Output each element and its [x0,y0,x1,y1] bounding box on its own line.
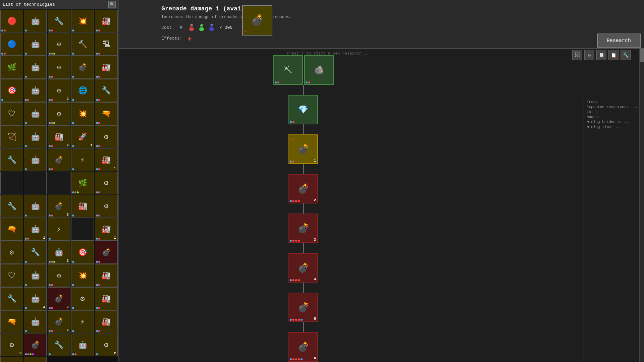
tech-cell-34[interactable]: 🏭1 [95,148,118,171]
icon-btn-4[interactable]: 📋 [608,50,619,60]
tech-cell-21[interactable]: 🤖 [24,102,47,125]
tree-node-grenade-3[interactable]: 💣 3 [288,214,318,243]
tech-cell-16[interactable]: 🤖 [24,79,47,102]
tech-cell-15[interactable]: 🎯 [0,79,23,102]
research-button[interactable]: Research [597,34,641,48]
tech-cell-2[interactable]: 🔧 [48,10,70,33]
tech-cell-52[interactable]: 🤖3 [48,241,70,264]
tech-cell-63[interactable]: ⚙ [71,287,94,310]
tech-cell-32[interactable]: 💣 [48,148,70,171]
tech-cell-1[interactable]: 🤖 [24,10,47,33]
tech-cell-22[interactable]: ⚙ [48,102,70,125]
connector-v1 [303,85,304,95]
tech-cell-30[interactable]: 🔧 [0,148,23,171]
icon-btn-2[interactable]: ⚙ [584,50,594,60]
cell-emoji-60: 🔧 [7,294,16,303]
tech-cell-62[interactable]: 💣2 [48,287,70,310]
tech-cell-40[interactable]: 🔧 [0,195,23,218]
tree-node-grenade-4[interactable]: 💣 4 [288,253,318,283]
tree-node-ore[interactable]: 🪨 [304,55,334,85]
tech-cell-38[interactable]: 🌿 [71,172,94,194]
res-dot-cell-71-3 [32,353,34,355]
tech-cell-51[interactable]: 🔧 [24,241,47,264]
tech-cell-10[interactable]: 🌿 [0,56,23,79]
tech-cell-35[interactable] [0,172,23,194]
tech-cell-65[interactable]: 🔫 [0,310,23,333]
tech-cell-54[interactable]: 💣 [95,241,118,264]
tech-cell-39[interactable]: ⚙ [95,172,118,194]
tech-cell-59[interactable]: 🏭 [95,264,118,287]
tech-cell-36[interactable] [24,172,47,194]
tech-cell-28[interactable]: 🚀1 [71,125,94,148]
tech-cell-29[interactable]: ⚙ [95,125,118,148]
tree-node-grenade-2[interactable]: 💣 2 [288,174,318,203]
tech-cell-64[interactable]: 🏭 [95,287,118,310]
tech-cell-24[interactable]: 🔫 [95,102,118,125]
tech-cell-72[interactable]: 🔧 [48,334,70,356]
tech-cell-67[interactable]: 💣2 [48,310,70,333]
tech-cell-71[interactable]: 💣 [24,334,47,356]
tech-cell-70[interactable]: ⚙3 [0,334,23,356]
tech-cell-45[interactable]: 🔫 [0,218,23,241]
tech-cell-47[interactable]: ⚡ [48,218,70,241]
tech-cell-27[interactable]: 🏭2 [48,125,70,148]
tech-cell-12[interactable]: ⚙ [48,56,70,79]
tech-cell-17[interactable]: ⚙2 [48,79,70,102]
tech-cell-57[interactable]: ⚙ [48,264,70,287]
tech-cell-58[interactable]: 💥 [71,264,94,287]
tech-cell-44[interactable]: ⚙ [95,195,118,218]
tech-cell-76[interactable]: 💣 [24,357,47,362]
tree-node-grenade-5[interactable]: 💣 5 [288,293,318,322]
tech-cell-53[interactable]: 🎯 [71,241,94,264]
tech-cell-66[interactable]: 🤖 [24,310,47,333]
tech-cell-25[interactable]: 🏹 [0,125,23,148]
tech-cell-11[interactable]: 🤖 [24,56,47,79]
tree-node-grenade-6[interactable]: 💣 6 [288,332,318,362]
tree-node-mid[interactable]: 💎 [288,95,318,124]
tech-cell-60[interactable]: 🔧 [0,287,23,310]
tech-cell-20[interactable]: 🛡 [0,102,23,125]
tech-cell-3[interactable]: 💥 [71,10,94,33]
icon-btn-1[interactable]: 🖼 [572,50,582,60]
cell-res-22 [49,122,55,124]
tech-cell-75[interactable]: 🏭 [0,357,23,362]
icon-btn-5[interactable]: 🔧 [621,50,631,60]
tech-cell-42[interactable]: 💣2 [48,195,70,218]
tech-cell-48[interactable] [71,218,94,241]
tech-cell-69[interactable]: 🏭 [95,310,118,333]
tech-cell-41[interactable]: 🤖 [24,195,47,218]
icon-btn-3[interactable]: 🔲 [596,50,606,60]
res-dot-cell-67-0 [49,330,51,332]
tech-cell-74[interactable]: ⚙2 [95,334,118,356]
tech-cell-46[interactable]: 🤖1 [24,218,47,241]
tech-cell-14[interactable]: 🏭 [95,56,118,79]
tech-cell-23[interactable]: 💥 [71,102,94,125]
tech-cell-49[interactable]: 🏭1 [95,218,118,241]
scroll-bar-right[interactable] [639,49,644,362]
tree-node-mining[interactable]: ⛏ [273,55,303,85]
tech-cell-61[interactable]: 🤖3 [24,287,47,310]
tech-cell-43[interactable]: 🏭 [71,195,94,218]
tech-cell-4[interactable]: 🏭 [95,10,118,33]
tech-cell-68[interactable]: ⚡ [71,310,94,333]
tech-cell-50[interactable]: ⚙ [0,241,23,264]
search-button[interactable]: 🔍 [108,1,116,8]
tech-cell-13[interactable]: 💣 [71,56,94,79]
tech-cell-0[interactable]: 🔴 [0,10,23,33]
tech-cell-31[interactable]: 🤖 [24,148,47,171]
tree-node-grenade-1[interactable]: 💣 ✕ 1 [288,134,318,164]
tech-cell-73[interactable]: 🤖 [71,334,94,356]
tech-cell-37[interactable] [48,172,70,194]
tech-cell-18[interactable]: 🌐 [71,79,94,102]
tech-cell-33[interactable]: ⚡ [71,148,94,171]
tech-cell-6[interactable]: 🤖 [24,33,47,56]
tech-cell-26[interactable]: 🤖 [24,125,47,148]
tech-cell-55[interactable]: 🛡 [0,264,23,287]
tech-cell-19[interactable]: 🔧 [95,79,118,102]
tech-cell-9[interactable]: 🏗 [95,33,118,56]
scroll-thumb-right[interactable] [640,49,644,62]
tech-cell-7[interactable]: ⚙ [48,33,70,56]
tech-cell-8[interactable]: 🔨 [71,33,94,56]
tech-cell-5[interactable]: 🔵 [0,33,23,56]
tech-cell-56[interactable]: 🤖 [24,264,47,287]
